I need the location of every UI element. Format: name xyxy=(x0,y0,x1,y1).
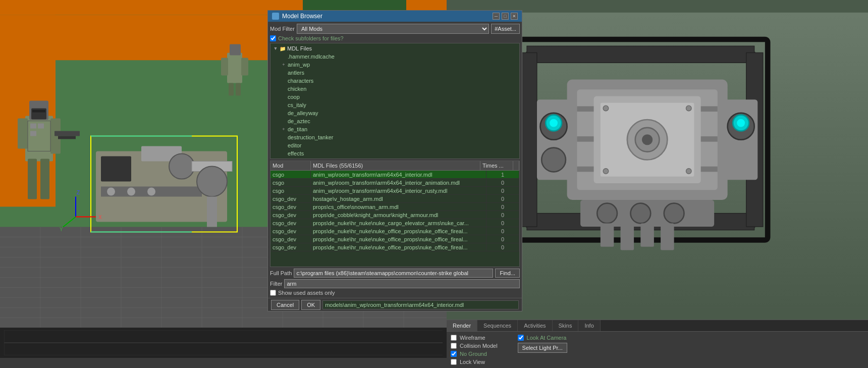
file-row[interactable]: csgo_devprops\de_nuke\hr_nuke\nuke_offic… xyxy=(270,243,519,251)
svg-rect-39 xyxy=(25,116,53,162)
dialog-maximize-btn[interactable]: □ xyxy=(502,13,509,20)
file-row[interactable]: csgo_devprops\de_nuke\hr_nuke\nuke_offic… xyxy=(270,235,519,243)
dialog-titlebar-buttons: ─ □ ✕ xyxy=(493,13,518,20)
file-cell-path: anim_wp\room_transform\arm64x64_interior… xyxy=(311,171,486,178)
tree-expand-btn[interactable]: + xyxy=(281,126,287,132)
tree-item[interactable]: coop xyxy=(270,93,519,101)
tree-item[interactable]: de_aztec xyxy=(270,117,519,125)
tree-item-label: extras xyxy=(288,159,303,159)
file-row[interactable]: csgo_devprops\de_cobble\knight_armour\kn… xyxy=(270,211,519,219)
dialog-bottom-bar: Cancel OK models\anim_wp\room_transform\… xyxy=(268,298,522,311)
dialog-close-btn[interactable]: ✕ xyxy=(511,13,518,20)
svg-rect-96 xyxy=(640,223,654,246)
viewport-bottom-bar xyxy=(0,328,447,358)
svg-rect-62 xyxy=(241,58,248,76)
svg-point-88 xyxy=(550,119,558,127)
file-cell-times: 0 xyxy=(486,203,519,211)
tab-skins[interactable]: Skins xyxy=(553,320,579,331)
tree-item[interactable]: +anim_wp xyxy=(270,61,519,69)
svg-point-91 xyxy=(597,203,617,224)
tree-item[interactable]: de_alleyway xyxy=(270,109,519,117)
current-path-display: models\anim_wp\room_transform\arm64x64_i… xyxy=(322,300,519,309)
tree-item[interactable]: effects xyxy=(270,149,519,157)
file-cell-mod: csgo_dev xyxy=(270,227,311,235)
svg-rect-97 xyxy=(661,223,674,250)
tree-expand-btn[interactable]: + xyxy=(281,62,287,68)
file-cell-times: 0 xyxy=(486,227,519,235)
svg-rect-63 xyxy=(229,83,234,96)
svg-rect-43 xyxy=(18,119,28,149)
svg-point-105 xyxy=(603,169,609,174)
fullpath-input[interactable] xyxy=(294,269,493,278)
file-row[interactable]: csgoanim_wp\room_transform\arm64x64_inte… xyxy=(270,179,519,187)
file-list-body[interactable]: csgoanim_wp\room_transform\arm64x64_inte… xyxy=(270,171,519,267)
collision-model-row: Collision Model xyxy=(451,343,498,349)
asset-button[interactable]: #Asset... xyxy=(491,24,520,34)
mod-filter-label: Mod Filter xyxy=(270,26,295,32)
svg-rect-36 xyxy=(207,197,217,227)
tab-render[interactable]: Render xyxy=(447,320,477,331)
file-row[interactable]: csgo_devprops\de_nuke\hr_nuke\nuke_cargo… xyxy=(270,219,519,227)
tab-sequences[interactable]: Sequences xyxy=(477,320,518,331)
file-row[interactable]: csgoanim_wp\room_transform\arm64x64_inte… xyxy=(270,171,519,179)
file-rows-container: csgoanim_wp\room_transform\arm64x64_inte… xyxy=(270,171,519,251)
find-button[interactable]: Find... xyxy=(495,269,520,278)
tree-item[interactable]: chicken xyxy=(270,85,519,93)
tree-item-label: effects xyxy=(288,150,304,156)
svg-text:Z: Z xyxy=(77,190,80,195)
tree-item[interactable]: +de_titan xyxy=(270,125,519,133)
tree-item[interactable]: .hammer.mdlcache xyxy=(270,52,519,61)
file-row[interactable]: csgoanim_wp\room_transform\arm64x64_inte… xyxy=(270,187,519,195)
svg-point-104 xyxy=(686,106,691,111)
svg-point-92 xyxy=(630,203,650,224)
tree-root-item[interactable]: ▼ 📁 MDL Files xyxy=(270,44,519,52)
filter-row: Filter xyxy=(270,279,520,288)
svg-text:Y: Y xyxy=(60,227,63,232)
tab-info[interactable]: Info xyxy=(578,320,600,331)
svg-point-32 xyxy=(127,188,135,196)
cancel-button[interactable]: Cancel xyxy=(271,300,299,310)
tree-item[interactable]: antlers xyxy=(270,69,519,77)
file-cell-mod: csgo xyxy=(270,187,311,194)
look-at-camera-checkbox[interactable] xyxy=(518,335,524,341)
file-cell-times: 0 xyxy=(486,211,519,219)
ok-button[interactable]: OK xyxy=(301,300,320,310)
tab-activities[interactable]: Activities xyxy=(518,320,552,331)
collision-model-checkbox[interactable] xyxy=(451,343,457,349)
file-cell-path: props\de_nuke\hr_nuke\nuke_office_props\… xyxy=(311,243,486,251)
tree-item-label: editor xyxy=(288,142,302,148)
minimap-svg xyxy=(4,330,443,355)
filter-input[interactable] xyxy=(284,279,520,288)
file-cell-path: props\de_cobble\knight_armour\knight_arm… xyxy=(311,211,486,219)
file-cell-times: 1 xyxy=(486,171,519,178)
file-row[interactable]: csgo_devprops\de_nuke\hr_nuke\nuke_offic… xyxy=(270,227,519,235)
main-content: Z X Y Model Browser xyxy=(0,0,868,368)
tree-item[interactable]: cs_italy xyxy=(270,101,519,109)
look-at-camera-row: Look At Camera xyxy=(518,335,567,341)
tree-item-label: characters xyxy=(288,78,313,84)
show-used-checkbox[interactable] xyxy=(270,290,276,296)
tree-item[interactable]: extras xyxy=(270,157,519,159)
file-row[interactable]: csgo_devhostage\v_hostage_arm.mdl0 xyxy=(270,195,519,203)
mod-filter-select[interactable]: All Mods xyxy=(297,24,489,34)
tree-item-label: de_alleyway xyxy=(288,110,318,116)
mdl-file-tree[interactable]: ▼ 📁 MDL Files .hammer.mdlcache+anim_wpan… xyxy=(270,43,520,159)
no-ground-checkbox[interactable] xyxy=(451,351,457,357)
file-cell-mod: csgo_dev xyxy=(270,243,311,251)
wireframe-label: Wireframe xyxy=(460,335,485,341)
file-cell-path: props\de_nuke\hr_nuke\nuke_office_props\… xyxy=(311,227,486,235)
select-light-preset-button[interactable]: Select Light Pr... xyxy=(518,343,567,353)
subfolders-checkbox[interactable] xyxy=(270,35,276,41)
tree-item[interactable]: editor xyxy=(270,141,519,149)
lock-view-checkbox[interactable] xyxy=(451,359,457,365)
svg-point-103 xyxy=(603,106,609,111)
tree-item[interactable]: destruction_tanker xyxy=(270,133,519,141)
wireframe-checkbox[interactable] xyxy=(451,335,457,341)
svg-rect-49 xyxy=(38,124,44,129)
file-cell-times: 0 xyxy=(486,235,519,243)
tree-item[interactable]: characters xyxy=(270,77,519,85)
svg-rect-64 xyxy=(236,83,241,96)
tree-root-expand[interactable]: ▼ xyxy=(273,45,279,51)
dialog-minimize-btn[interactable]: ─ xyxy=(493,13,500,20)
file-row[interactable]: csgo_devprops\cs_office\snowman_arm.mdl0 xyxy=(270,203,519,211)
